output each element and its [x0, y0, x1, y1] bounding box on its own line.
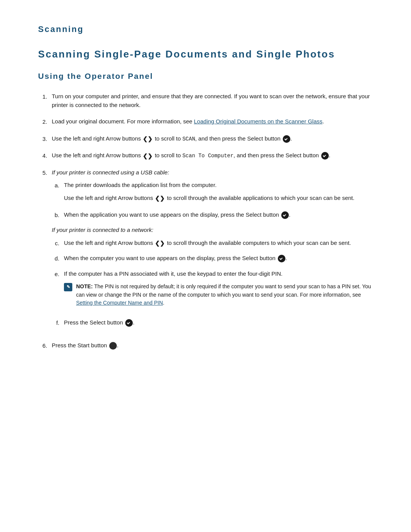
select-button-icon-5b: [281, 211, 289, 219]
step-5e: If the computer has a PIN associated wit…: [52, 269, 373, 312]
step-5b: When the application you want to use app…: [52, 210, 373, 219]
start-button-icon: [109, 342, 117, 350]
arrow-buttons-icon-5a: ❮❯: [155, 194, 165, 203]
sub-title: Using the Operator Panel: [38, 70, 373, 83]
step-1-text: Turn on your computer and printer, and e…: [52, 93, 370, 108]
step-5a-sub-para: Use the left and right Arrow buttons ❮❯ …: [64, 193, 373, 203]
step-3-text-before: Use the left and right Arrow buttons: [52, 135, 142, 142]
step-6: Press the Start button .: [38, 341, 373, 350]
select-button-icon-4: [321, 152, 329, 160]
step-6-text: Press the Start button: [52, 342, 108, 348]
note-text-before: The PIN is not required by default; it i…: [76, 283, 371, 298]
step-5c: Use the left and right Arrow buttons ❮❯ …: [52, 238, 373, 248]
note-text-after: .: [163, 300, 164, 306]
note-content: NOTE: The PIN is not required by default…: [76, 283, 373, 307]
step-2-text-before: Load your original document. For more in…: [52, 118, 194, 125]
section-title: Scanning: [38, 23, 373, 36]
note-label: NOTE:: [76, 283, 94, 289]
usb-sub-list: The printer downloads the application li…: [52, 181, 373, 219]
step-5f: Press the Select button .: [52, 318, 373, 327]
arrow-buttons-icon-4: ❮❯: [143, 152, 153, 160]
step-5a: The printer downloads the application li…: [52, 181, 373, 204]
step-5-usb-italic: If your printer is connected using a USB…: [52, 169, 169, 176]
step-4-text-middle: to scroll to Scan To Computer, and then …: [153, 152, 320, 158]
step-5d: When the computer you want to use appear…: [52, 254, 373, 263]
step-5a-text: The printer downloads the application li…: [64, 182, 217, 188]
step-2-text-after: .: [322, 118, 324, 125]
network-sub-list: Use the left and right Arrow buttons ❮❯ …: [52, 238, 373, 327]
step-2: Load your original document. For more in…: [38, 117, 373, 126]
select-button-icon-3: [283, 135, 290, 143]
setting-computer-name-link[interactable]: Setting the Computer Name and PIN: [76, 300, 163, 306]
step-1: Turn on your computer and printer, and e…: [38, 92, 373, 110]
loading-docs-link[interactable]: Loading Original Documents on the Scanne…: [194, 118, 323, 125]
step-3: Use the left and right Arrow buttons ❮❯ …: [38, 134, 373, 144]
select-button-icon-5f: [125, 319, 133, 327]
step-3-text-middle: to scroll to SCAN, and then press the Se…: [153, 135, 282, 142]
page-title: Scanning Single-Page Documents and Singl…: [38, 46, 373, 62]
main-steps-list: Turn on your computer and printer, and e…: [38, 92, 373, 350]
select-button-icon-5d: [278, 255, 285, 262]
arrow-buttons-icon-5c: ❮❯: [155, 239, 165, 248]
step-5: If your printer is connected using a USB…: [38, 168, 373, 333]
step-5b-text: When the application you want to use app…: [64, 211, 280, 218]
step-4: Use the left and right Arrow buttons ❮❯ …: [38, 151, 373, 160]
step-5-network-italic: If your printer is connected to a networ…: [52, 227, 153, 233]
pin-note-box: ✎ NOTE: The PIN is not required by defau…: [64, 283, 373, 307]
step-4-text-before: Use the left and right Arrow buttons: [52, 152, 142, 158]
note-icon: ✎: [64, 283, 72, 291]
arrow-buttons-icon-3: ❮❯: [143, 134, 153, 143]
